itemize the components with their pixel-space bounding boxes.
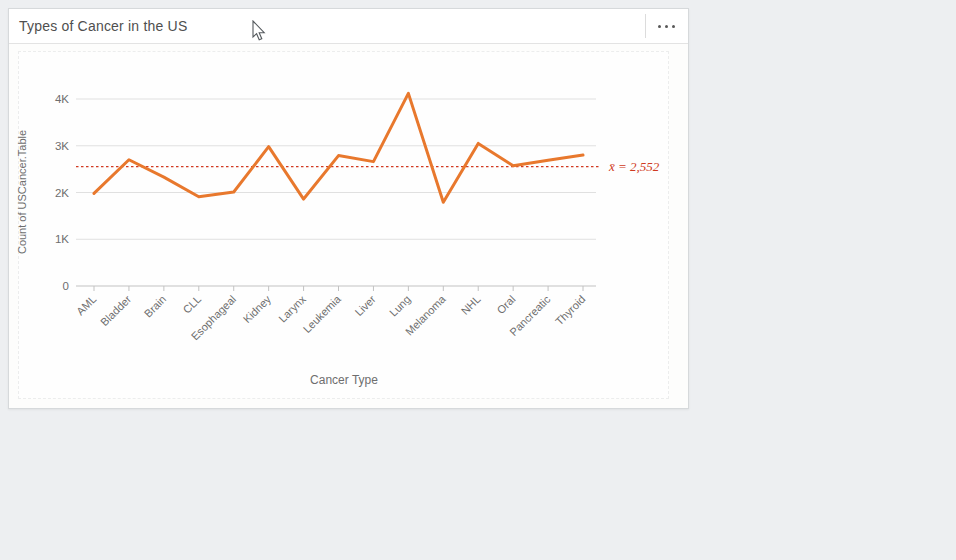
x-category-label[interactable]: CLL xyxy=(180,293,203,316)
mean-label: x̄ = 2,552 xyxy=(608,159,660,174)
y-tick-label: 4K xyxy=(55,93,69,105)
chart-card-body: 01K2K3K4KAMLBladderBrainCLLEsophagealKid… xyxy=(9,44,688,408)
x-category-label[interactable]: AML xyxy=(74,293,98,317)
x-category-label[interactable]: NHL xyxy=(459,293,483,317)
chart-card-header[interactable]: Types of Cancer in the US xyxy=(9,9,688,44)
y-tick-label: 1K xyxy=(55,233,69,245)
y-tick-label: 2K xyxy=(55,187,69,199)
x-category-label[interactable]: Brain xyxy=(142,293,169,320)
ellipsis-icon xyxy=(658,25,675,28)
x-category-label[interactable]: Thyroid xyxy=(553,293,587,327)
card-title: Types of Cancer in the US xyxy=(9,18,187,34)
y-tick-label: 3K xyxy=(55,140,69,152)
x-category-label[interactable]: Lung xyxy=(387,293,413,319)
y-axis-title: Count of USCancer.Table xyxy=(16,130,28,254)
x-category-label[interactable]: Oral xyxy=(494,293,517,316)
card-options-button[interactable] xyxy=(649,13,683,39)
chart-card: Types of Cancer in the US 01K2K3K4KAMLBl… xyxy=(8,8,689,409)
insights-workbook-page: { "card": { "title": "Types of Cancer in… xyxy=(0,0,956,560)
header-divider xyxy=(645,14,646,38)
x-category-label[interactable]: Leukemia xyxy=(301,292,344,335)
y-tick-label: 0 xyxy=(63,280,69,292)
x-category-label[interactable]: Liver xyxy=(353,293,379,319)
x-category-label[interactable]: Bladder xyxy=(98,293,134,329)
x-category-label[interactable]: Larynx xyxy=(276,293,308,325)
cancer-line-chart[interactable]: 01K2K3K4KAMLBladderBrainCLLEsophagealKid… xyxy=(9,44,688,408)
x-category-label[interactable]: Kidney xyxy=(241,293,274,326)
data-series-line[interactable] xyxy=(94,93,583,202)
x-axis-title: Cancer Type xyxy=(310,373,378,387)
